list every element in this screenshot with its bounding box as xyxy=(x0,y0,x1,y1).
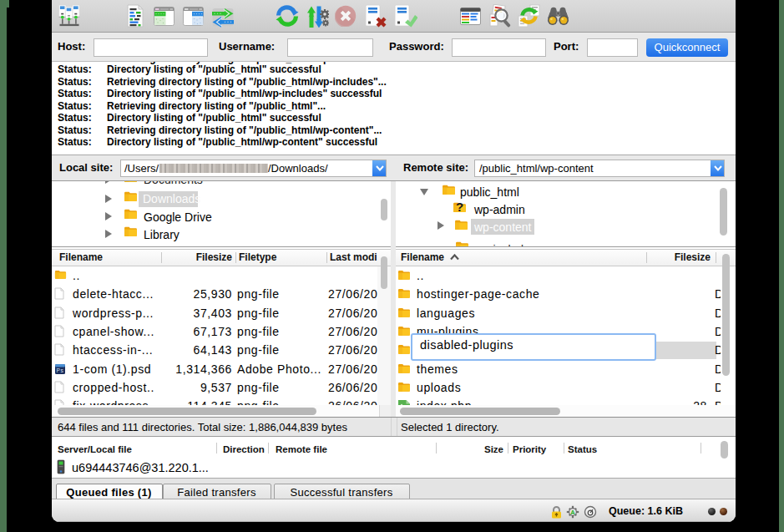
svg-text:A: A xyxy=(570,509,575,516)
svg-text:Ps: Ps xyxy=(57,367,64,373)
